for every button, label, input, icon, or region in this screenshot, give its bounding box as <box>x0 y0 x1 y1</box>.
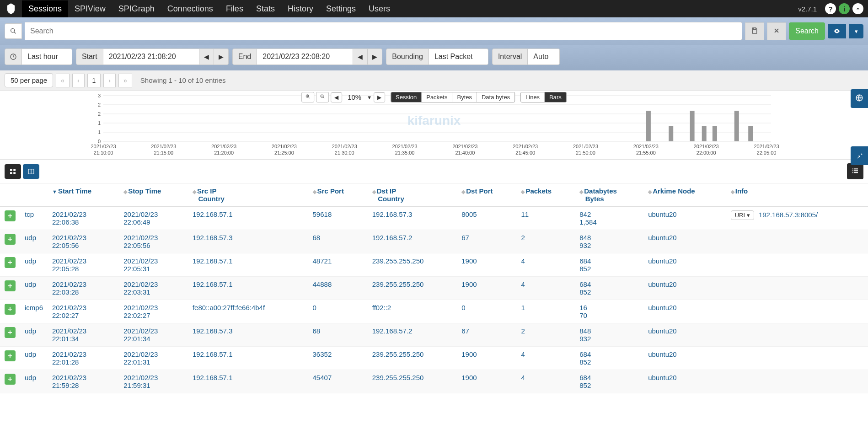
interval-select[interactable]: Auto <box>528 48 560 65</box>
info-badge[interactable]: URI ▾ <box>731 210 754 220</box>
dstip-cell[interactable]: 239.255.255.250 <box>368 370 457 393</box>
start-time-input[interactable]: 2021/02/23 21:08:20 <box>103 48 199 65</box>
expand-row-icon[interactable]: + <box>5 327 16 338</box>
start-cell[interactable]: 2021/02/2322:05:28 <box>48 253 119 277</box>
node-cell[interactable]: ubuntu20 <box>643 347 726 370</box>
view-toggle-icon[interactable] <box>828 24 846 38</box>
expand-row-icon[interactable]: + <box>5 350 16 361</box>
col-start-time[interactable]: ▼Start Time <box>48 183 119 207</box>
col-packets[interactable]: ◆Packets <box>516 183 575 207</box>
srcport-cell[interactable]: 68 <box>308 230 368 253</box>
col-databytes-bytes[interactable]: ◆Databytes Bytes <box>575 183 643 207</box>
grid-view-icon[interactable] <box>5 164 21 179</box>
stop-cell[interactable]: 2021/02/2321:59:31 <box>119 370 188 393</box>
time-range-select[interactable]: Last hour <box>22 48 72 65</box>
srcip-cell[interactable]: 192.168.57.1 <box>188 370 308 393</box>
dstip-cell[interactable]: 192.168.57.2 <box>368 230 457 253</box>
nav-connections[interactable]: Connections <box>161 0 220 17</box>
chart-seg-packets[interactable]: Packets <box>422 92 452 102</box>
dstip-cell[interactable]: 192.168.57.3 <box>368 207 457 230</box>
start-cell[interactable]: 2021/02/2322:05:56 <box>48 230 119 253</box>
start-prev-icon[interactable]: ◀ <box>199 48 214 65</box>
expand-row-icon[interactable]: + <box>5 234 16 245</box>
start-cell[interactable]: 2021/02/2322:01:28 <box>48 347 119 370</box>
packets-cell[interactable]: 2 <box>516 323 575 347</box>
chart-seg-session[interactable]: Session <box>391 92 422 102</box>
expand-row-icon[interactable]: + <box>5 280 16 291</box>
bytes-cell[interactable]: 8421,584 <box>575 207 643 230</box>
bounding-select[interactable]: Last Packet <box>429 48 488 65</box>
srcport-cell[interactable]: 59618 <box>308 207 368 230</box>
dstport-cell[interactable]: 67 <box>457 230 516 253</box>
node-cell[interactable]: ubuntu20 <box>643 207 726 230</box>
srcport-cell[interactable]: 0 <box>308 300 368 323</box>
node-cell[interactable]: ubuntu20 <box>643 277 726 300</box>
start-cell[interactable]: 2021/02/2322:01:34 <box>48 323 119 347</box>
col-arkime-node[interactable]: ◆Arkime Node <box>643 183 726 207</box>
nav-stats[interactable]: Stats <box>250 0 281 17</box>
dstip-cell[interactable]: 239.255.255.250 <box>368 347 457 370</box>
col-src-port[interactable]: ◆Src Port <box>308 183 368 207</box>
page-prev-icon[interactable]: ‹ <box>72 74 85 87</box>
dstip-cell[interactable]: 192.168.57.2 <box>368 323 457 347</box>
col-stop-time[interactable]: ◆Stop Time <box>119 183 188 207</box>
info-icon[interactable]: i <box>839 3 850 14</box>
chart-seg-data-bytes[interactable]: Data bytes <box>477 92 514 102</box>
chart-seg-lines[interactable]: Lines <box>521 92 545 102</box>
expand-row-icon[interactable]: + <box>5 257 16 268</box>
bytes-cell[interactable]: 1670 <box>575 300 643 323</box>
col-dst-port[interactable]: ◆Dst Port <box>457 183 516 207</box>
pan-right-icon[interactable]: ▶ <box>374 92 385 102</box>
expand-row-icon[interactable]: + <box>5 374 16 385</box>
col-src-ip-country[interactable]: ◆Src IP Country <box>188 183 308 207</box>
col-dst-ip-country[interactable]: ◆Dst IP Country <box>368 183 457 207</box>
help-icon[interactable]: ? <box>825 3 836 14</box>
stop-cell[interactable]: 2021/02/2322:06:49 <box>119 207 188 230</box>
proto-cell[interactable]: tcp <box>20 207 48 230</box>
bytes-cell[interactable]: 684852 <box>575 277 643 300</box>
nav-files[interactable]: Files <box>220 0 250 17</box>
proto-cell[interactable]: udp <box>20 277 48 300</box>
columns-view-icon[interactable] <box>23 164 39 179</box>
packets-cell[interactable]: 2 <box>516 230 575 253</box>
dstport-cell[interactable]: 0 <box>457 300 516 323</box>
search-button[interactable]: Search <box>789 22 825 40</box>
clear-icon[interactable] <box>767 22 786 40</box>
end-prev-icon[interactable]: ◀ <box>353 48 368 65</box>
zoom-level[interactable]: 10% <box>344 92 365 102</box>
dstip-cell[interactable]: 239.255.255.250 <box>368 253 457 277</box>
srcport-cell[interactable]: 45407 <box>308 370 368 393</box>
dstport-cell[interactable]: 1900 <box>457 347 516 370</box>
timeline-svg[interactable]: 0112232021/02/2321:10:002021/02/2321:15:… <box>2 93 863 157</box>
dstport-cell[interactable]: 8005 <box>457 207 516 230</box>
packets-cell[interactable]: 4 <box>516 370 575 393</box>
bytes-cell[interactable]: 684852 <box>575 253 643 277</box>
packets-cell[interactable]: 4 <box>516 347 575 370</box>
list-options-icon[interactable] <box>847 163 863 179</box>
start-cell[interactable]: 2021/02/2322:06:38 <box>48 207 119 230</box>
nav-spiview[interactable]: SPIView <box>68 0 112 17</box>
dstport-cell[interactable]: 1900 <box>457 253 516 277</box>
nav-history[interactable]: History <box>281 0 320 17</box>
nav-spigraph[interactable]: SPIGraph <box>112 0 161 17</box>
page-last-icon[interactable]: » <box>118 74 132 87</box>
dstport-cell[interactable]: 67 <box>457 323 516 347</box>
packets-cell[interactable]: 1 <box>516 300 575 323</box>
save-icon[interactable] <box>745 22 764 40</box>
stop-cell[interactable]: 2021/02/2322:05:56 <box>119 230 188 253</box>
node-cell[interactable]: ubuntu20 <box>643 300 726 323</box>
srcip-cell[interactable]: 192.168.57.1 <box>188 277 308 300</box>
proto-cell[interactable]: udp <box>20 370 48 393</box>
dstport-cell[interactable]: 1900 <box>457 370 516 393</box>
node-cell[interactable]: ubuntu20 <box>643 253 726 277</box>
expand-row-icon[interactable]: + <box>5 210 16 221</box>
pan-left-icon[interactable]: ◀ <box>331 92 342 102</box>
proto-cell[interactable]: udp <box>20 230 48 253</box>
perpage-select[interactable]: 50 per page <box>5 73 53 87</box>
stop-cell[interactable]: 2021/02/2322:03:31 <box>119 277 188 300</box>
proto-cell[interactable]: icmp6 <box>20 300 48 323</box>
srcport-cell[interactable]: 48721 <box>308 253 368 277</box>
start-next-icon[interactable]: ▶ <box>214 48 229 65</box>
dstip-cell[interactable]: ff02::2 <box>368 300 457 323</box>
nav-sessions[interactable]: Sessions <box>22 0 68 17</box>
